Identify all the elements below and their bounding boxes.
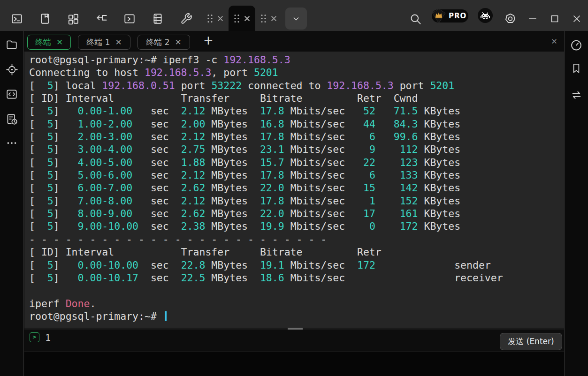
apps-grid-icon[interactable] (67, 12, 80, 25)
terminal-line: Connecting to host 192.168.5.3, port 520… (29, 66, 564, 79)
terminal-line: [ 5] 0.00-10.00 sec 22.8 MBytes 19.1 Mbi… (29, 259, 564, 271)
main-panel: 终端 ✕ 终端 1 ✕ 终端 2 ✕ + ✕ root@pgsql-primar… (24, 31, 564, 376)
tab-close-icon[interactable]: ✕ (115, 38, 122, 47)
more-ellipsis-icon[interactable] (5, 136, 18, 149)
tab-terminal[interactable]: 终端 ✕ (27, 35, 71, 50)
drag-dots-icon (207, 14, 213, 23)
tab-label: 终端 2 (146, 37, 169, 48)
prompt-icon: > (30, 332, 39, 342)
terminal-line: [ ID] Interval Transfer Bitrate Retr (29, 246, 564, 258)
tab-label: 终端 1 (86, 37, 110, 48)
panel-close-icon[interactable]: ✕ (549, 36, 559, 46)
folder-icon[interactable] (5, 38, 18, 51)
footer-area (24, 352, 564, 376)
terminal-line: [ 5] 0.00-1.00 sec 2.12 MBytes 17.8 Mbit… (29, 105, 564, 117)
close-session-icon[interactable] (271, 15, 277, 22)
drag-dots-icon (234, 14, 240, 23)
drag-dots-icon (260, 14, 267, 23)
session-tab-1[interactable] (202, 6, 229, 31)
file-history-icon[interactable] (5, 113, 18, 126)
locate-target-icon[interactable] (5, 63, 18, 76)
add-tab-button[interactable]: + (201, 34, 215, 48)
left-sidebar (0, 31, 24, 376)
terminal-line: [ 5] 5.00-6.00 sec 2.12 MBytes 17.8 Mbit… (29, 169, 564, 181)
gauge-icon[interactable] (570, 38, 583, 52)
session-tab-2-active[interactable] (229, 6, 255, 31)
terminal-line: iperf Done. (29, 297, 564, 310)
terminal-line: [ 5] 9.00-10.00 sec 2.38 MBytes 19.9 Mbi… (29, 220, 564, 233)
tab-terminal-2[interactable]: 终端 2 ✕ (137, 35, 190, 50)
new-terminal-icon[interactable] (10, 12, 23, 25)
session-dropdown-button[interactable] (285, 8, 307, 30)
tab-close-icon[interactable]: ✕ (56, 38, 63, 47)
close-session-icon[interactable] (217, 15, 223, 22)
tab-label: 终端 (35, 37, 51, 48)
close-session-icon[interactable] (244, 15, 250, 22)
terminal-line: [ ID] Interval Transfer Bitrate Retr Cwn… (29, 92, 564, 105)
terminal-output: root@pgsql-primary:~# iperf3 -c 192.168.… (24, 52, 564, 323)
terminal-line: [ 5] 2.00-3.00 sec 2.12 MBytes 17.8 Mbit… (29, 130, 564, 143)
tab-terminal-1[interactable]: 终端 1 ✕ (78, 35, 130, 50)
terminal-line: [ 5] 0.00-10.17 sec 22.5 MBytes 18.6 Mbi… (29, 271, 564, 284)
terminal-line: root@pgsql-primary:~# iperf3 -c 192.168.… (29, 53, 564, 66)
maximize-button[interactable] (548, 12, 561, 25)
terminal-line: [ 5] 1.00-2.00 sec 2.00 MBytes 16.8 Mbit… (29, 118, 564, 130)
pro-badge[interactable]: PRO (432, 9, 468, 23)
terminal-viewport[interactable]: root@pgsql-primary:~# iperf3 -c 192.168.… (24, 52, 564, 328)
session-tab-3[interactable] (255, 6, 282, 31)
bookmark-icon[interactable] (570, 62, 583, 75)
crown-icon (431, 8, 447, 24)
command-input[interactable] (45, 331, 491, 345)
terminal-line: root@pgsql-primary:~# (29, 310, 564, 323)
save-session-icon[interactable] (38, 12, 52, 25)
app-window: { "colors": { "toolbar_bg": "#2d2d2d", "… (0, 0, 588, 376)
right-sidebar (564, 31, 588, 376)
code-icon[interactable] (5, 88, 18, 101)
search-icon[interactable] (409, 12, 422, 25)
terminal-line: [ 5] 6.00-7.00 sec 2.62 MBytes 22.0 Mbit… (29, 181, 564, 194)
network-branch-icon[interactable] (95, 12, 108, 25)
command-input-bar: > 发送 (Enter) (24, 330, 564, 352)
terminal-tab-bar: 终端 ✕ 终端 1 ✕ 终端 2 ✕ + ✕ (24, 31, 564, 52)
chevron-down-icon (291, 14, 301, 23)
close-window-button[interactable] (570, 12, 583, 25)
terminal-line: [ 5] 8.00-9.00 sec 2.62 MBytes 22.0 Mbit… (29, 207, 564, 220)
terminal-line (29, 284, 564, 297)
wrench-icon[interactable] (180, 12, 193, 25)
minimize-button[interactable] (526, 12, 539, 25)
session-tab-strip (202, 6, 282, 31)
terminal-line: [ 5] 7.00-8.00 sec 2.12 MBytes 17.8 Mbit… (29, 195, 564, 207)
send-button[interactable]: 发送 (Enter) (500, 333, 562, 350)
terminal-line: - - - - - - - - - - - - - - - - - - - - … (29, 233, 564, 246)
terminal-cursor (165, 311, 167, 321)
terminal-window-icon[interactable] (123, 12, 136, 25)
terminal-line: [ 5] local 192.168.0.51 port 53222 conne… (29, 79, 564, 92)
server-list-icon[interactable] (151, 12, 164, 25)
pro-label: PRO (449, 12, 466, 20)
transfer-arrows-icon[interactable] (570, 88, 583, 101)
tab-close-icon[interactable]: ✕ (175, 38, 181, 47)
avatar-invader-icon[interactable] (478, 8, 493, 23)
top-toolbar: PRO (0, 0, 588, 31)
terminal-line: [ 5] 4.00-5.00 sec 1.88 MBytes 15.7 Mbit… (29, 156, 564, 169)
settings-gear-icon[interactable] (504, 12, 517, 25)
terminal-line: [ 5] 3.00-4.00 sec 2.75 MBytes 23.1 Mbit… (29, 143, 564, 156)
